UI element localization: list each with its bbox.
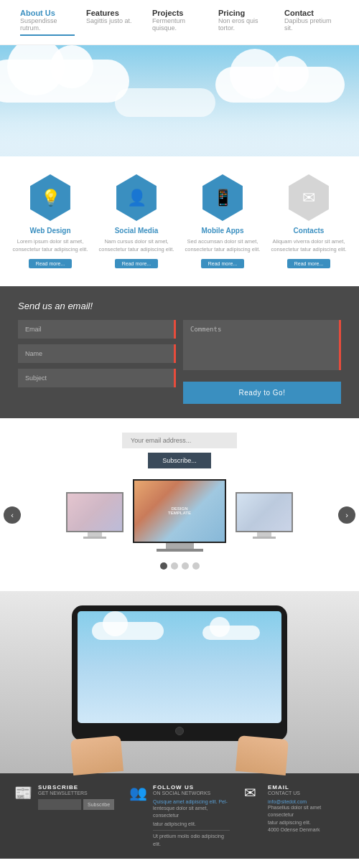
dot-1[interactable] [160, 562, 167, 570]
service-desc: Lorem ipsum dolor sit amet, consectetur … [11, 238, 90, 253]
subscribe-email-input[interactable] [122, 433, 237, 448]
tablet-home-button [175, 727, 184, 735]
subscribe-button[interactable]: Subscribe... [148, 453, 211, 468]
subscribe-title: SUBSCRIBE [38, 784, 114, 791]
services-grid: 💡 Web Design Lorem ipsum dolor sit amet,… [11, 174, 348, 268]
service-icon: 💡 [41, 189, 60, 207]
form-layout: Ready to Go! [18, 320, 341, 404]
slider-next-button[interactable]: › [338, 506, 355, 524]
service-hex: 📱 [200, 174, 246, 221]
service-icon: 📱 [213, 189, 233, 207]
social-text-1: lentesque dolor sit amet, consectetur [153, 805, 230, 820]
nav-item-contact[interactable]: ContactDapibus pretium sit. [279, 6, 345, 34]
nav-item-projects[interactable]: ProjectsFermentum quisque. [146, 6, 213, 34]
email-address[interactable]: info@sitedot.com [268, 799, 345, 804]
monitor-main: DESIGNTEMPLATE [133, 479, 226, 552]
dot-2[interactable] [171, 562, 178, 570]
services-section: 💡 Web Design Lorem ipsum dolor sit amet,… [0, 156, 359, 286]
social-text-3: Ut pretium molis odio adipiscing elit. [153, 833, 230, 848]
footer-subscribe-col: 📰 SUBSCRIBE GET NEWSLETTERS Subscribe [14, 784, 115, 810]
subscribe-icon: 📰 [14, 784, 32, 801]
service-contacts: ✉ Contacts Aliquam viverra dolor sit ame… [269, 174, 348, 268]
email-address-2: Phasellus dolor sit amet consectetur [268, 804, 345, 819]
read-more-button[interactable]: Read more... [115, 259, 158, 268]
social-text-2: tatur adipiscing elit. [153, 821, 230, 829]
read-more-button[interactable]: Read more... [201, 259, 244, 268]
footer-email-input[interactable] [38, 799, 81, 810]
social-link-1[interactable]: Quisque amet adipiscing elit. Pel- [153, 799, 230, 804]
form-left [18, 320, 176, 404]
contact-title: Send us an email! [18, 301, 341, 311]
tablet-display [14, 605, 345, 773]
slider-dots [0, 562, 359, 570]
nav-item-pricing[interactable]: PricingNon eros quis tortor. [213, 6, 279, 34]
service-desc: Sed accumsan dolor sit amet, consectetur… [183, 238, 262, 253]
navigation: About UsSuspendisse rutrum.FeaturesSagit… [0, 0, 359, 45]
read-more-button[interactable]: Read more... [29, 259, 72, 268]
monitor-overlay-text: DESIGNTEMPLATE [168, 506, 191, 515]
service-hex: 👤 [113, 174, 160, 221]
service-title: Mobile Apps [201, 227, 243, 235]
footer-follow-col: 👥 FOLLOW US ON SOCIAL NETWORKS Quisque a… [129, 784, 230, 849]
email-field[interactable] [18, 320, 176, 339]
service-icon: 👤 [127, 189, 146, 207]
service-icon: ✉ [302, 189, 315, 207]
monitors-area: ‹ DESIGNTEMPLATE › [0, 479, 359, 552]
tablet-screen [78, 611, 281, 723]
service-web-design: 💡 Web Design Lorem ipsum dolor sit amet,… [11, 174, 90, 268]
tablet-device [72, 605, 287, 741]
subscribe-area: Subscribe... [0, 433, 359, 468]
follow-subtitle: ON SOCIAL NETWORKS [153, 791, 230, 796]
subject-field[interactable] [18, 369, 176, 387]
dot-4[interactable] [192, 562, 200, 570]
email-footer-subtitle: CONTACT US [268, 791, 345, 796]
tablet-section [0, 591, 359, 773]
service-hex: 💡 [27, 174, 74, 221]
slider-prev-button[interactable]: ‹ [4, 506, 21, 524]
service-mobile-apps: 📱 Mobile Apps Sed accumsan dolor sit ame… [183, 174, 262, 268]
hero-section [0, 45, 359, 156]
service-title: Contacts [294, 227, 325, 235]
name-field[interactable] [18, 344, 176, 363]
nav-item-about-us[interactable]: About UsSuspendisse rutrum. [14, 6, 80, 39]
hand-right [236, 735, 289, 775]
form-right: Ready to Go! [183, 320, 341, 404]
service-title: Web Design [29, 227, 70, 235]
follow-icon: 👥 [129, 784, 147, 801]
submit-button[interactable]: Ready to Go! [183, 382, 341, 404]
dot-3[interactable] [182, 562, 189, 570]
service-desc: Nam cursus dolor sit amet, consectetur t… [97, 238, 176, 253]
social-links: Quisque amet adipiscing elit. Pel- lente… [153, 799, 230, 849]
subscribe-subtitle: GET NEWSLETTERS [38, 791, 114, 796]
monitor-small-right [236, 492, 293, 539]
service-title: Social Media [115, 227, 159, 235]
email-footer-icon: ✉ [244, 784, 262, 801]
hand-left [70, 735, 123, 775]
footer: 📰 SUBSCRIBE GET NEWSLETTERS Subscribe 👥 … [0, 773, 359, 859]
comments-field[interactable] [183, 320, 341, 370]
service-social-media: 👤 Social Media Nam cursus dolor sit amet… [97, 174, 176, 268]
email-location: 4000 Odense Denmark [268, 826, 345, 834]
email-footer-title: EMAIL [268, 784, 345, 791]
footer-subscribe-button[interactable]: Subscribe [83, 799, 114, 810]
service-hex: ✉ [286, 174, 332, 221]
service-desc: Aliquam viverra dolor sit amet, consecte… [269, 238, 348, 253]
monitor-small-left [66, 492, 123, 539]
follow-title: FOLLOW US [153, 784, 230, 791]
email-text: tatur adipiscing elit. [268, 819, 345, 827]
footer-email-col: ✉ EMAIL CONTACT US info@sitedot.com Phas… [244, 784, 345, 834]
read-more-button[interactable]: Read more... [287, 259, 330, 268]
nav-item-features[interactable]: FeaturesSagittis justo at. [80, 6, 146, 27]
slider-section: Subscribe... ‹ DESIGNTEMPLATE [0, 418, 359, 591]
contact-form-section: Send us an email! Ready to Go! [0, 286, 359, 418]
